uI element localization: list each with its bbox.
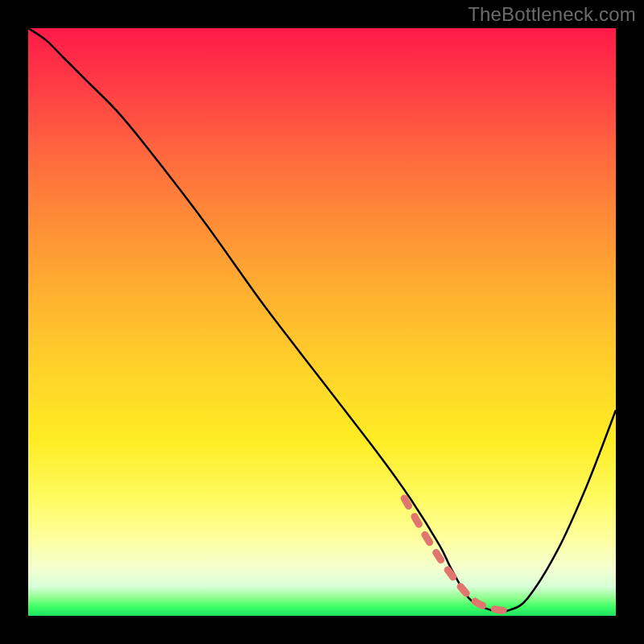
chart-container: TheBottleneck.com (0, 0, 644, 644)
plot-area (28, 28, 616, 616)
bottleneck-curve (28, 28, 616, 612)
watermark-text: TheBottleneck.com (468, 3, 636, 26)
curve-layer (28, 28, 616, 616)
